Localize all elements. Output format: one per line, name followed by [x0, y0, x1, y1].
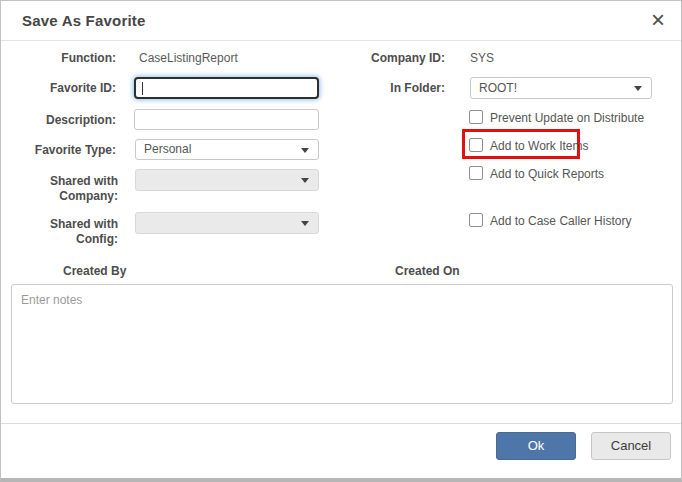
shared-with-config-select	[135, 212, 319, 234]
checkbox-box[interactable]	[469, 110, 483, 124]
company-id-value: SYS	[470, 51, 494, 65]
chevron-down-icon	[301, 221, 309, 226]
cancel-button[interactable]: Cancel	[591, 432, 671, 460]
favorite-type-select[interactable]: Personal	[135, 139, 319, 160]
checkbox-label: Prevent Update on Distribute	[490, 111, 644, 125]
description-input[interactable]	[134, 109, 319, 130]
in-folder-value: ROOT!	[479, 81, 517, 95]
chevron-down-icon	[301, 178, 309, 183]
checkbox-label: Add to Work Items	[490, 139, 588, 153]
checkbox-box[interactable]	[469, 213, 483, 227]
function-value: CaseListingReport	[139, 51, 238, 65]
dialog-footer: Ok Cancel	[1, 423, 681, 478]
chevron-down-icon	[301, 148, 309, 153]
checkbox-add-to-quick-reports[interactable]: Add to Quick Reports	[469, 166, 619, 182]
close-icon[interactable]: ×	[647, 6, 669, 34]
notes-textarea[interactable]	[11, 284, 673, 404]
favorite-type-label: Favorite Type:	[16, 143, 116, 158]
checkbox-prevent-update-on-distribute[interactable]: Prevent Update on Distribute	[469, 110, 654, 126]
favorite-id-label: Favorite ID:	[16, 81, 116, 96]
chevron-down-icon	[634, 86, 642, 91]
text-cursor	[142, 82, 143, 95]
checkbox-add-to-work-items[interactable]: Add to Work Items	[469, 138, 589, 154]
checkbox-label: Add to Case Caller History	[490, 214, 631, 228]
function-label: Function:	[16, 51, 116, 66]
dialog-header: Save As Favorite ×	[1, 1, 681, 41]
checkbox-label: Add to Quick Reports	[490, 167, 604, 181]
favorite-type-value: Personal	[144, 142, 191, 156]
created-on-label: Created On	[395, 264, 460, 278]
ok-button[interactable]: Ok	[496, 432, 576, 460]
company-id-label: Company ID:	[345, 51, 445, 66]
checkbox-add-to-case-caller-history[interactable]: Add to Case Caller History	[469, 213, 644, 229]
shared-with-config-label: Shared with Config:	[18, 217, 118, 247]
shared-with-company-label: Shared with Company:	[18, 174, 118, 204]
save-as-favorite-dialog: Save As Favorite × Function: CaseListing…	[0, 0, 682, 482]
checkbox-box[interactable]	[469, 166, 483, 180]
favorite-id-input[interactable]	[134, 77, 319, 99]
in-folder-label: In Folder:	[345, 81, 445, 96]
description-label: Description:	[16, 113, 116, 128]
checkbox-box[interactable]	[469, 138, 483, 152]
dialog-title: Save As Favorite	[22, 12, 146, 29]
created-by-label: Created By	[63, 264, 126, 278]
shared-with-company-select	[135, 169, 319, 191]
in-folder-select[interactable]: ROOT!	[470, 77, 652, 99]
